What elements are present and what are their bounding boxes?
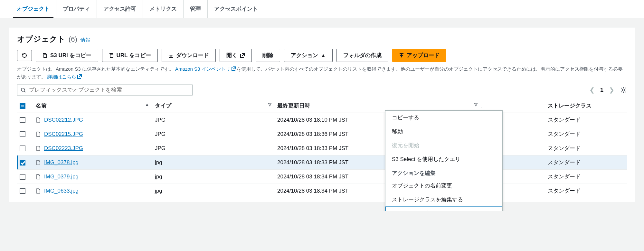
object-storage: スタンダード xyxy=(545,184,627,198)
prev-page-button[interactable]: ❮ xyxy=(590,86,594,94)
object-count: (6) xyxy=(69,35,77,44)
copy-icon xyxy=(43,53,48,58)
row-checkbox[interactable] xyxy=(20,174,25,180)
row-checkbox[interactable] xyxy=(20,117,25,123)
tab-bar: オブジェクト プロパティ アクセス許可 メトリクス 管理 アクセスポイント xyxy=(0,0,644,18)
dd-edit-encryption[interactable]: サーバー側の暗号化を編集する xyxy=(385,206,502,211)
table-row: DSC02215.JPGJPG2024/10/28 03:18:36 PM JS… xyxy=(17,127,627,141)
col-storage[interactable]: ストレージクラス xyxy=(545,99,627,113)
download-icon xyxy=(168,53,174,58)
dd-move[interactable]: 移動 xyxy=(385,125,502,138)
row-checkbox[interactable] xyxy=(20,188,25,194)
object-storage: スタンダード xyxy=(545,156,627,170)
tab-properties[interactable]: プロパティ xyxy=(56,0,97,18)
dd-rename[interactable]: オブジェクトの名前変更 xyxy=(385,179,502,193)
object-storage: スタンダード xyxy=(545,127,627,141)
objects-panel: オブジェクト (6) 情報 S3 URI をコピー URL をコピー ダウンロー… xyxy=(9,27,635,202)
tab-metrics[interactable]: メトリクス xyxy=(143,0,184,18)
file-icon xyxy=(36,146,41,151)
object-name-link[interactable]: DSC02212.JPG xyxy=(44,117,83,123)
create-folder-button[interactable]: フォルダの作成 xyxy=(336,49,388,62)
table-row: IMG_0378.jpgjpg2024/10/28 03:18:33 PM JS… xyxy=(17,156,627,170)
refresh-icon xyxy=(22,53,27,58)
dd-s3select[interactable]: S3 Select を使用したクエリ xyxy=(385,152,502,166)
col-type[interactable]: タイプ▽ xyxy=(152,99,275,113)
copy-url-button[interactable]: URL をコピー xyxy=(102,49,158,62)
search-input[interactable] xyxy=(17,85,193,95)
object-name-link[interactable]: IMG_0633.jpg xyxy=(44,188,79,194)
tab-permissions[interactable]: アクセス許可 xyxy=(97,0,143,18)
download-button[interactable]: ダウンロード xyxy=(162,49,216,62)
col-name[interactable]: 名前▲ xyxy=(33,99,152,113)
object-type: jpg xyxy=(152,170,275,184)
sort-asc-icon: ▲ xyxy=(145,102,149,107)
gear-icon[interactable] xyxy=(620,86,627,94)
dd-copy[interactable]: コピーする xyxy=(385,111,502,125)
file-icon xyxy=(36,188,41,194)
object-name-link[interactable]: DSC02215.JPG xyxy=(44,131,83,137)
object-storage: スタンダード xyxy=(545,141,627,156)
svg-point-2 xyxy=(21,88,24,91)
dd-restore: 復元を開始 xyxy=(385,138,502,152)
tab-management[interactable]: 管理 xyxy=(184,0,208,18)
dd-edit-storage[interactable]: ストレージクラスを編集する xyxy=(385,193,502,206)
file-icon xyxy=(36,174,41,179)
table-row: DSC02223.JPGJPG2024/10/28 03:18:33 PM JS… xyxy=(17,141,627,156)
object-name-link[interactable]: DSC02223.JPG xyxy=(44,145,83,151)
actions-dropdown: コピーする 移動 復元を開始 S3 Select を使用したクエリ アクションを… xyxy=(385,110,503,211)
copy-s3-uri-button[interactable]: S3 URI をコピー xyxy=(36,49,98,62)
search-field[interactable] xyxy=(29,87,189,93)
external-link-icon xyxy=(77,74,82,79)
external-link-icon xyxy=(240,53,245,58)
object-storage: スタンダード xyxy=(545,170,627,184)
select-all-checkbox[interactable] xyxy=(20,103,25,109)
object-storage: スタンダード xyxy=(545,113,627,127)
next-page-button[interactable]: ❯ xyxy=(609,86,614,94)
description-text: オブジェクトは、Amazon S3 に保存された基本的なエンティティです。 Am… xyxy=(17,65,627,81)
caret-up-icon: ▲ xyxy=(321,53,326,58)
learn-more-link[interactable]: 詳細はこちら xyxy=(47,74,82,79)
file-icon xyxy=(36,117,41,123)
actions-button[interactable]: アクション ▲ xyxy=(284,49,333,62)
table-row: DSC02212.JPGJPG2024/10/28 03:18:10 PM JS… xyxy=(17,113,627,127)
svg-rect-0 xyxy=(44,54,47,57)
file-icon xyxy=(36,160,41,165)
tab-objects[interactable]: オブジェクト xyxy=(10,0,56,18)
search-icon xyxy=(21,87,26,93)
info-link[interactable]: 情報 xyxy=(80,37,90,43)
table-row: IMG_0379.jpgjpg2024/10/28 03:18:34 PM JS… xyxy=(17,170,627,184)
file-icon xyxy=(36,132,41,137)
inventory-link[interactable]: Amazon S3 インベントリ xyxy=(175,66,236,72)
svg-rect-1 xyxy=(110,54,113,57)
row-checkbox[interactable] xyxy=(20,160,25,166)
toolbar: S3 URI をコピー URL をコピー ダウンロード 開く 削除 アクション … xyxy=(17,49,627,62)
object-type: JPG xyxy=(152,141,275,156)
upload-button[interactable]: アップロード xyxy=(392,49,446,62)
panel-title: オブジェクト xyxy=(17,34,65,44)
page-number: 1 xyxy=(600,87,603,94)
tab-access-points[interactable]: アクセスポイント xyxy=(208,0,264,18)
upload-icon xyxy=(399,53,404,58)
object-type: jpg xyxy=(152,184,275,198)
objects-table: 名前▲ タイプ▽ 最終更新日時▽ ▽ ストレージクラス DSC02212.JPG… xyxy=(17,99,627,198)
copy-icon xyxy=(109,53,114,58)
external-link-icon xyxy=(231,66,236,71)
row-checkbox[interactable] xyxy=(20,146,25,151)
sort-icon: ▽ xyxy=(474,102,478,107)
refresh-button[interactable] xyxy=(17,50,32,61)
object-type: JPG xyxy=(152,127,275,141)
svg-point-3 xyxy=(622,89,625,91)
open-button[interactable]: 開く xyxy=(220,49,252,62)
object-name-link[interactable]: IMG_0378.jpg xyxy=(44,159,79,166)
sort-icon: ▽ xyxy=(481,106,481,111)
table-row: IMG_0633.jpgjpg2024/10/28 03:18:34 PM JS… xyxy=(17,184,627,198)
pagination: ❮ 1 ❯ xyxy=(590,86,627,94)
sort-icon: ▽ xyxy=(268,102,271,107)
delete-button[interactable]: 削除 xyxy=(256,49,280,62)
row-checkbox[interactable] xyxy=(20,131,25,137)
dd-edit-header: アクションを編集 xyxy=(385,166,502,179)
object-type: JPG xyxy=(152,113,275,127)
object-type: jpg xyxy=(152,156,275,170)
object-name-link[interactable]: IMG_0379.jpg xyxy=(44,174,79,180)
